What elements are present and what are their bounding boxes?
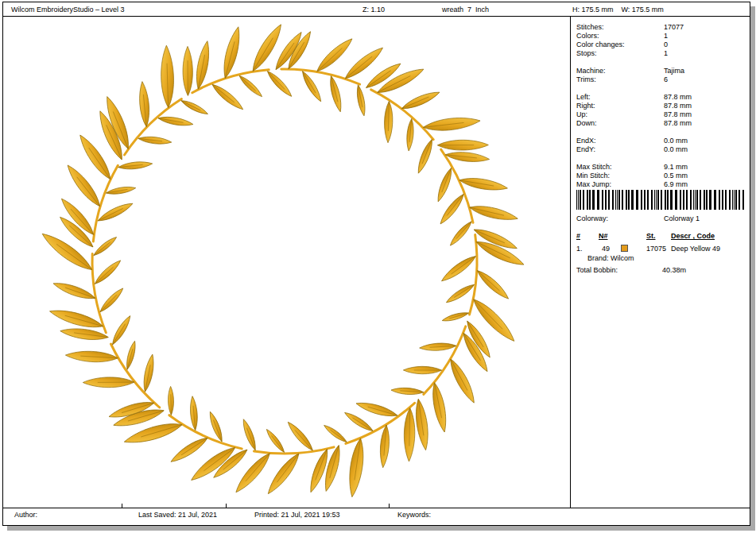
worksheet-page: Wilcom EmbroideryStudio – Level 3 Z: 1.1… bbox=[2, 2, 750, 526]
stat-row: Up:87.8 mm bbox=[576, 110, 746, 119]
stat-label: Right: bbox=[576, 102, 595, 110]
stat-row: Min Stitch:0.5 mm bbox=[576, 172, 746, 180]
thread-description: Deep Yellow 49 bbox=[671, 245, 720, 253]
colorway-value: Colorway 1 bbox=[664, 214, 700, 222]
stat-value: 0 bbox=[664, 41, 668, 48]
stat-label: Stitches: bbox=[576, 23, 604, 31]
zoom-level: Z: 1.10 bbox=[362, 6, 385, 14]
keywords-label: Keywords: bbox=[397, 511, 431, 519]
thread-row: 1. 49 17075 Deep Yellow 49 bbox=[576, 245, 746, 254]
author-label: Author: bbox=[14, 511, 37, 519]
design-dimensions: H: 175.5 mm W: 175.5 mm bbox=[572, 6, 664, 14]
stat-row: Max Jump:6.9 mm bbox=[576, 180, 746, 189]
stat-label: Min Stitch: bbox=[576, 172, 610, 180]
stats-group: Machine:Tajima Trims:6 bbox=[576, 67, 746, 84]
stat-value: Tajima bbox=[664, 67, 684, 75]
stats-group: EndX:0.0 mm EndY:0.0 mm bbox=[576, 137, 746, 154]
stat-row: EndX:0.0 mm bbox=[576, 137, 746, 145]
design-preview-area bbox=[8, 17, 568, 506]
stat-label: Up: bbox=[576, 110, 587, 118]
colorway-row: Colorway: Colorway 1 bbox=[576, 214, 746, 223]
footer-tick bbox=[226, 504, 227, 508]
stats-group: Max Stitch:9.1 mm Min Stitch:0.5 mm Max … bbox=[576, 163, 746, 189]
stat-row: Stops:1 bbox=[576, 49, 746, 58]
stat-value: 87.8 mm bbox=[664, 102, 692, 110]
design-name: wreath 7 Inch bbox=[442, 6, 489, 14]
stat-row: Max Stitch:9.1 mm bbox=[576, 163, 746, 172]
stat-value: 9.1 mm bbox=[664, 163, 688, 171]
stat-label: Color changes: bbox=[576, 41, 625, 48]
col-header-stitches: St. bbox=[646, 232, 656, 240]
stat-label: EndX: bbox=[576, 137, 596, 145]
stat-label: Left: bbox=[576, 93, 591, 101]
stat-label: Max Jump: bbox=[576, 180, 611, 188]
stat-value: 87.8 mm bbox=[664, 110, 692, 118]
thread-color-swatch bbox=[621, 245, 628, 252]
stat-row: Stitches:17077 bbox=[576, 23, 746, 32]
thread-stitch-count: 17075 bbox=[646, 245, 666, 253]
app-title: Wilcom EmbroideryStudio – Level 3 bbox=[11, 6, 125, 14]
stat-label: Stops: bbox=[576, 49, 597, 57]
thread-table-header: # N# St. Descr , Code bbox=[576, 232, 746, 245]
stat-value: 6 bbox=[664, 75, 668, 83]
total-bobbin-value: 40.38m bbox=[662, 266, 686, 274]
stat-label: Trims: bbox=[576, 75, 596, 83]
stat-row: Left:87.8 mm bbox=[576, 93, 746, 102]
stat-row: Machine:Tajima bbox=[576, 67, 746, 75]
stat-value: 0.5 mm bbox=[664, 172, 688, 180]
stat-label: Colors: bbox=[576, 32, 599, 40]
stat-row: EndY:0.0 mm bbox=[576, 145, 746, 154]
thread-index: 1. bbox=[576, 245, 583, 253]
stat-row: Color changes:0 bbox=[576, 41, 746, 49]
stat-label: Machine: bbox=[576, 67, 606, 75]
footer-tick bbox=[122, 504, 122, 508]
stat-label: EndY: bbox=[576, 145, 595, 153]
stat-value: 0.0 mm bbox=[664, 137, 688, 145]
stat-row: Right:87.8 mm bbox=[576, 102, 746, 110]
barcode bbox=[576, 190, 746, 210]
stat-value: 6.9 mm bbox=[664, 180, 688, 188]
stat-label: Down: bbox=[576, 119, 597, 127]
last-saved-label: Last Saved: 21 Jul, 2021 bbox=[138, 511, 217, 519]
design-info-panel: Stitches:17077 Colors:1 Color changes:0 … bbox=[576, 23, 746, 198]
stat-value: 17077 bbox=[664, 23, 684, 31]
stat-value: 1 bbox=[664, 49, 668, 57]
colorway-label: Colorway: bbox=[576, 214, 608, 222]
total-bobbin-label: Total Bobbin: bbox=[576, 266, 618, 274]
stats-group: Stitches:17077 Colors:1 Color changes:0 … bbox=[576, 23, 746, 58]
stat-value: 87.8 mm bbox=[664, 119, 692, 127]
stat-row: Trims:6 bbox=[576, 75, 746, 84]
panel-divider bbox=[570, 16, 571, 508]
stats-group: Left:87.8 mm Right:87.8 mm Up:87.8 mm Do… bbox=[576, 93, 746, 128]
stat-value: 1 bbox=[664, 32, 668, 40]
printed-label: Printed: 21 Jul, 2021 19:53 bbox=[254, 511, 340, 519]
stat-row: Down:87.8 mm bbox=[576, 119, 746, 128]
col-header-descr-code: Descr , Code bbox=[671, 232, 715, 240]
stat-label: Max Stitch: bbox=[576, 163, 612, 171]
col-header-index: # bbox=[576, 232, 580, 240]
col-header-n-number: N# bbox=[599, 232, 608, 240]
stat-value: 0.0 mm bbox=[664, 145, 688, 153]
thread-number: 49 bbox=[602, 245, 610, 253]
wreath-svg bbox=[8, 17, 568, 506]
footer-rule bbox=[3, 508, 750, 508]
thread-table: # N# St. Descr , Code 1. 49 17075 Deep Y… bbox=[576, 232, 746, 276]
stat-row: Colors:1 bbox=[576, 32, 746, 41]
thread-brand: Brand: Wilcom bbox=[576, 254, 746, 264]
total-bobbin-row: Total Bobbin: 40.38m bbox=[576, 266, 746, 276]
footer-tick bbox=[389, 504, 390, 508]
stat-value: 87.8 mm bbox=[664, 93, 692, 101]
